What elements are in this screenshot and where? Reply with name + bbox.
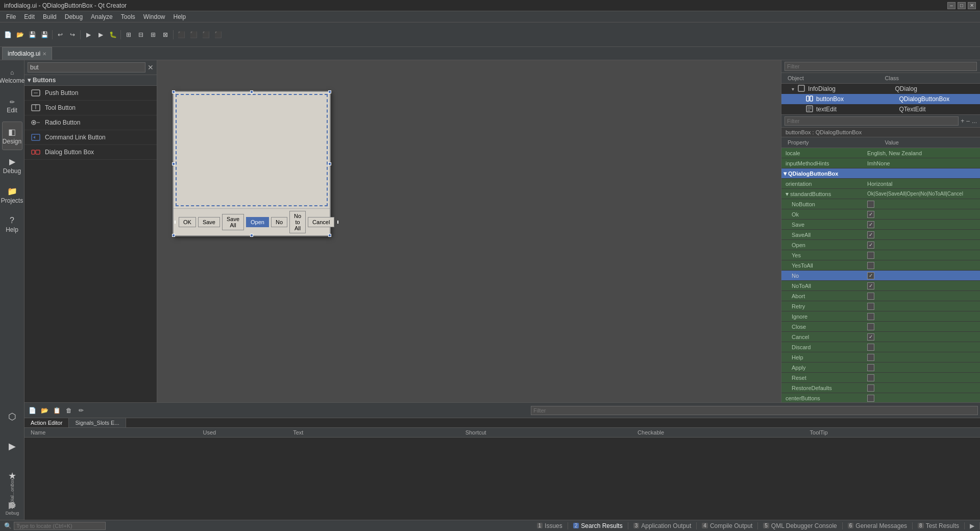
tab-signals-slots[interactable]: Signals_Slots E... [69,418,126,427]
break-layout-button[interactable]: ⊠ [160,29,171,40]
props-filter-input[interactable] [785,116,959,126]
dialog-ok-btn[interactable]: OK [179,217,196,227]
status-search-input[interactable] [14,522,106,530]
handle-tc[interactable] [250,90,253,93]
dialog-cancel-btn[interactable]: Cancel [308,217,334,227]
sidebar-debug[interactable]: ▶ Debug [2,151,22,180]
dialog-open-btn[interactable]: Open [246,217,269,227]
reset-checkbox[interactable] [867,374,874,381]
layout-grid-button[interactable]: ⊞ [148,29,159,40]
sidebar-help[interactable]: ? Help [2,210,22,239]
handle-tr[interactable] [328,90,331,93]
menu-help[interactable]: Help [169,12,190,21]
handle-br[interactable] [328,234,331,237]
menu-file[interactable]: File [2,12,20,21]
sidebar-bottom-2[interactable]: ▶ [2,432,22,461]
tree-item-infodialog[interactable]: ▾ InfoDialog QDialog [781,84,980,94]
restore-button[interactable]: □ [958,2,966,9]
menu-analyze[interactable]: Analyze [87,12,117,21]
handle-ml[interactable] [172,162,175,165]
sidebar-welcome[interactable]: ⌂ Welcome [2,62,22,91]
widget-item-command-link-button[interactable]: Command Link Button [24,130,157,145]
action-filter-input[interactable] [531,406,978,415]
open-checkbox[interactable]: ✓ [867,242,874,249]
debug-button[interactable]: 🐛 [107,29,118,40]
align-right-button[interactable]: ⬛ [188,29,199,40]
notoall-checkbox[interactable]: ✓ [867,282,874,289]
sidebar-bottom-1[interactable]: ⬡ [2,402,22,431]
tab-close-icon[interactable]: ✕ [42,51,46,57]
saveall-checkbox[interactable]: ✓ [867,231,874,238]
dialog-saveall-btn[interactable]: Save All [222,214,244,230]
tree-item-textedit[interactable]: textEdit QTextEdit [781,104,980,114]
status-tab-arrow[interactable]: ▶ [965,522,980,529]
status-tab-search-results[interactable]: 2 Search Results [568,522,628,529]
action-delete-btn[interactable]: 🗑 [63,405,75,416]
editor-tab-infodialog[interactable]: infodialog.ui ✕ [2,47,52,60]
handle-tl[interactable] [172,90,175,93]
run-button[interactable]: ▶ [95,29,106,40]
sidebar-projects[interactable]: 📁 Projects [2,181,22,209]
action-copy-btn[interactable]: 📋 [51,405,62,416]
widget-category-buttons[interactable]: ▾ Buttons [24,75,157,86]
yestoall-checkbox[interactable] [867,262,874,269]
menu-debug[interactable]: Debug [61,12,87,21]
ignore-checkbox[interactable] [867,313,874,320]
close-prop-checkbox[interactable] [867,323,874,330]
layout-h-button[interactable]: ⊞ [123,29,134,40]
abort-checkbox[interactable] [867,293,874,300]
widget-item-radio-button[interactable]: Radio Button [24,115,157,130]
ok-checkbox[interactable]: ✓ [867,211,874,218]
cancel-checkbox[interactable]: ✓ [867,333,874,341]
redo-button[interactable]: ↪ [67,29,78,40]
undo-button[interactable]: ↩ [55,29,66,40]
nobutton-checkbox[interactable] [867,201,874,208]
btn-handle-left[interactable] [175,221,176,224]
action-open-btn[interactable]: 📂 [39,405,50,416]
status-tab-app-output[interactable]: 3 Application Output [628,522,697,529]
window-controls[interactable]: – □ ✕ [947,2,976,9]
align-bottom-button[interactable]: ⬛ [212,29,224,40]
save-all-button[interactable]: 💾 [39,29,50,40]
status-tab-compile[interactable]: 4 Compile Output [697,522,758,529]
yes-checkbox[interactable] [867,252,874,259]
widget-item-tool-button[interactable]: T Tool Button [24,101,157,115]
align-left-button[interactable]: ⬛ [176,29,187,40]
sidebar-edit[interactable]: ✏ Edit [2,92,22,120]
layout-v-button[interactable]: ⊟ [135,29,146,40]
retry-checkbox[interactable] [867,303,874,310]
help-checkbox[interactable] [867,354,874,361]
status-tab-issues[interactable]: 1 Issues [532,522,568,529]
widget-search-input[interactable] [28,62,145,73]
widget-item-push-button[interactable]: Push Button [24,86,157,101]
open-button[interactable]: 📂 [14,29,26,40]
status-tab-general[interactable]: 6 General Messages [843,522,913,529]
design-canvas[interactable]: OK Save Save All Open No No to All Cance… [157,60,781,402]
handle-bc[interactable] [250,234,253,237]
status-tab-test[interactable]: 8 Test Results [913,522,965,529]
dialog-save-btn[interactable]: Save [198,217,220,227]
menu-tools[interactable]: Tools [117,12,139,21]
tree-item-buttonbox[interactable]: buttonBox QDialogButtonBox [781,94,980,104]
handle-bl[interactable] [172,234,175,237]
btn-handle-right[interactable] [337,221,338,224]
centerbuttons-checkbox[interactable] [867,395,874,402]
props-subtract-icon[interactable]: – [966,117,970,125]
restoredefaults-checkbox[interactable] [867,384,874,392]
action-edit-btn[interactable]: ✏ [76,405,87,416]
props-add-icon[interactable]: + [961,117,964,125]
menu-window[interactable]: Window [139,12,169,21]
status-tab-qml-debug[interactable]: 5 QML Debugger Console [758,522,843,529]
no-checkbox[interactable]: ✓ [867,272,874,279]
menu-edit[interactable]: Edit [20,12,39,21]
sidebar-design[interactable]: ◧ Design [2,122,22,150]
save-button[interactable]: 💾 [27,29,38,40]
object-filter-input[interactable] [785,62,977,71]
prop-no[interactable]: No ✓ [781,271,980,281]
save-checkbox[interactable]: ✓ [867,221,874,228]
handle-mr[interactable] [328,162,331,165]
align-top-button[interactable]: ⬛ [200,29,211,40]
build-button[interactable]: ▶ [83,29,94,40]
dialog-notoall-btn[interactable]: No to All [289,211,306,233]
menu-build[interactable]: Build [39,12,61,21]
